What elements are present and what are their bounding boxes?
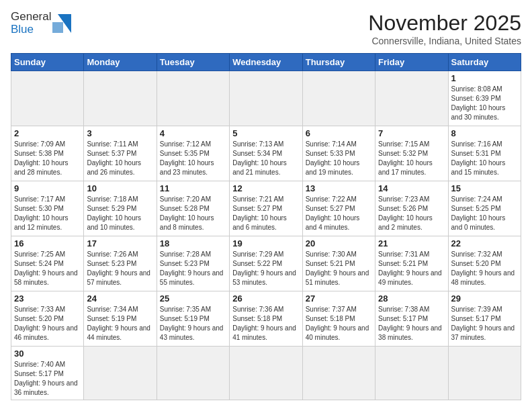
day-info: Sunrise: 7:35 AM Sunset: 5:19 PM Dayligh… xyxy=(160,305,226,342)
calendar-cell: 11Sunrise: 7:20 AM Sunset: 5:28 PM Dayli… xyxy=(157,181,229,236)
calendar-cell: 20Sunrise: 7:30 AM Sunset: 5:21 PM Dayli… xyxy=(302,236,375,291)
weekday-header: Thursday xyxy=(302,54,375,71)
calendar-cell: 22Sunrise: 7:32 AM Sunset: 5:20 PM Dayli… xyxy=(448,236,521,291)
day-info: Sunrise: 7:13 AM Sunset: 5:34 PM Dayligh… xyxy=(232,140,299,177)
calendar-cell: 1Sunrise: 8:08 AM Sunset: 6:39 PM Daylig… xyxy=(448,71,521,126)
calendar-cell: 27Sunrise: 7:37 AM Sunset: 5:18 PM Dayli… xyxy=(302,291,375,347)
calendar-cell xyxy=(11,71,84,126)
day-number: 22 xyxy=(451,238,518,248)
day-info: Sunrise: 7:17 AM Sunset: 5:30 PM Dayligh… xyxy=(14,195,81,232)
calendar-title-area: November 2025 Connersville, Indiana, Uni… xyxy=(368,11,521,46)
day-info: Sunrise: 7:14 AM Sunset: 5:33 PM Dayligh… xyxy=(306,140,372,177)
day-number: 18 xyxy=(160,238,226,248)
day-number: 2 xyxy=(14,128,81,138)
logo: General Blue xyxy=(11,11,71,36)
day-info: Sunrise: 7:11 AM Sunset: 5:37 PM Dayligh… xyxy=(87,140,153,177)
day-info: Sunrise: 7:20 AM Sunset: 5:28 PM Dayligh… xyxy=(160,195,226,232)
day-info: Sunrise: 7:12 AM Sunset: 5:35 PM Dayligh… xyxy=(160,140,226,177)
day-number: 29 xyxy=(451,293,518,304)
calendar-cell: 24Sunrise: 7:34 AM Sunset: 5:19 PM Dayli… xyxy=(84,291,157,347)
day-number: 26 xyxy=(232,293,299,304)
day-info: Sunrise: 7:34 AM Sunset: 5:19 PM Dayligh… xyxy=(87,305,153,342)
calendar-cell: 25Sunrise: 7:35 AM Sunset: 5:19 PM Dayli… xyxy=(157,291,229,347)
calendar-cell: 28Sunrise: 7:38 AM Sunset: 5:17 PM Dayli… xyxy=(375,291,448,347)
weekday-header: Monday xyxy=(84,54,157,71)
calendar-cell: 18Sunrise: 7:28 AM Sunset: 5:23 PM Dayli… xyxy=(157,236,229,291)
day-number: 9 xyxy=(14,183,81,193)
day-info: Sunrise: 7:09 AM Sunset: 5:38 PM Dayligh… xyxy=(14,140,81,177)
day-number: 21 xyxy=(378,238,445,248)
day-info: Sunrise: 7:29 AM Sunset: 5:22 PM Dayligh… xyxy=(232,250,299,287)
calendar-cell xyxy=(448,347,521,400)
weekday-header-row: SundayMondayTuesdayWednesdayThursdayFrid… xyxy=(11,54,521,71)
calendar-cell: 13Sunrise: 7:22 AM Sunset: 5:27 PM Dayli… xyxy=(302,181,375,236)
day-number: 27 xyxy=(306,293,372,304)
day-number: 28 xyxy=(378,293,445,304)
calendar-cell: 17Sunrise: 7:26 AM Sunset: 5:23 PM Dayli… xyxy=(84,236,157,291)
svg-marker-1 xyxy=(52,22,63,33)
day-number: 19 xyxy=(232,238,299,248)
day-info: Sunrise: 7:40 AM Sunset: 5:17 PM Dayligh… xyxy=(14,360,81,398)
day-number: 6 xyxy=(306,128,372,138)
day-info: Sunrise: 7:15 AM Sunset: 5:32 PM Dayligh… xyxy=(378,140,445,177)
weekday-header: Tuesday xyxy=(157,54,229,71)
day-number: 8 xyxy=(451,128,518,138)
weekday-header: Sunday xyxy=(11,54,84,71)
calendar-cell: 16Sunrise: 7:25 AM Sunset: 5:24 PM Dayli… xyxy=(11,236,84,291)
day-info: Sunrise: 7:37 AM Sunset: 5:18 PM Dayligh… xyxy=(306,305,372,342)
weekday-header: Friday xyxy=(375,54,448,71)
calendar-cell: 10Sunrise: 7:18 AM Sunset: 5:29 PM Dayli… xyxy=(84,181,157,236)
calendar-cell: 2Sunrise: 7:09 AM Sunset: 5:38 PM Daylig… xyxy=(11,126,84,181)
calendar-cell: 9Sunrise: 7:17 AM Sunset: 5:30 PM Daylig… xyxy=(11,181,84,236)
day-info: Sunrise: 7:36 AM Sunset: 5:18 PM Dayligh… xyxy=(232,305,299,342)
day-info: Sunrise: 7:26 AM Sunset: 5:23 PM Dayligh… xyxy=(87,250,153,287)
weekday-header: Saturday xyxy=(448,54,521,71)
calendar-cell xyxy=(302,347,375,400)
day-number: 3 xyxy=(87,128,153,138)
calendar-week-row: 30Sunrise: 7:40 AM Sunset: 5:17 PM Dayli… xyxy=(11,347,521,400)
day-info: Sunrise: 7:21 AM Sunset: 5:27 PM Dayligh… xyxy=(232,195,299,232)
logo-text: General Blue xyxy=(11,11,51,36)
calendar-cell xyxy=(230,71,302,126)
calendar-cell: 23Sunrise: 7:33 AM Sunset: 5:20 PM Dayli… xyxy=(11,291,84,347)
day-number: 7 xyxy=(378,128,445,138)
calendar-cell: 29Sunrise: 7:39 AM Sunset: 5:17 PM Dayli… xyxy=(448,291,521,347)
day-info: Sunrise: 7:33 AM Sunset: 5:20 PM Dayligh… xyxy=(14,305,81,342)
calendar-subtitle: Connersville, Indiana, United States xyxy=(368,36,521,46)
calendar-week-row: 16Sunrise: 7:25 AM Sunset: 5:24 PM Dayli… xyxy=(11,236,521,291)
day-info: Sunrise: 7:39 AM Sunset: 5:17 PM Dayligh… xyxy=(451,305,518,342)
day-info: Sunrise: 7:31 AM Sunset: 5:21 PM Dayligh… xyxy=(378,250,445,287)
page-header: General Blue November 2025 Connersville,… xyxy=(11,11,521,46)
day-number: 30 xyxy=(14,349,81,359)
day-number: 20 xyxy=(306,238,372,248)
day-number: 24 xyxy=(87,293,153,304)
calendar-cell: 21Sunrise: 7:31 AM Sunset: 5:21 PM Dayli… xyxy=(375,236,448,291)
calendar-week-row: 1Sunrise: 8:08 AM Sunset: 6:39 PM Daylig… xyxy=(11,71,521,126)
day-info: Sunrise: 7:25 AM Sunset: 5:24 PM Dayligh… xyxy=(14,250,81,287)
calendar-cell xyxy=(230,347,302,400)
day-number: 13 xyxy=(306,183,372,193)
calendar-week-row: 9Sunrise: 7:17 AM Sunset: 5:30 PM Daylig… xyxy=(11,181,521,236)
logo-icon xyxy=(52,14,71,33)
day-info: Sunrise: 7:24 AM Sunset: 5:25 PM Dayligh… xyxy=(451,195,518,232)
day-info: Sunrise: 7:38 AM Sunset: 5:17 PM Dayligh… xyxy=(378,305,445,342)
day-info: Sunrise: 7:28 AM Sunset: 5:23 PM Dayligh… xyxy=(160,250,226,287)
day-number: 10 xyxy=(87,183,153,193)
day-number: 5 xyxy=(232,128,299,138)
calendar-cell xyxy=(157,347,229,400)
calendar-cell xyxy=(84,347,157,400)
calendar-cell: 15Sunrise: 7:24 AM Sunset: 5:25 PM Dayli… xyxy=(448,181,521,236)
day-info: Sunrise: 7:23 AM Sunset: 5:26 PM Dayligh… xyxy=(378,195,445,232)
day-number: 23 xyxy=(14,293,81,304)
calendar-cell xyxy=(84,71,157,126)
calendar-title: November 2025 xyxy=(368,11,521,36)
day-number: 16 xyxy=(14,238,81,248)
calendar-cell: 3Sunrise: 7:11 AM Sunset: 5:37 PM Daylig… xyxy=(84,126,157,181)
calendar-cell: 26Sunrise: 7:36 AM Sunset: 5:18 PM Dayli… xyxy=(230,291,302,347)
calendar-cell: 12Sunrise: 7:21 AM Sunset: 5:27 PM Dayli… xyxy=(230,181,302,236)
calendar-cell: 5Sunrise: 7:13 AM Sunset: 5:34 PM Daylig… xyxy=(230,126,302,181)
day-info: Sunrise: 7:16 AM Sunset: 5:31 PM Dayligh… xyxy=(451,140,518,177)
calendar-cell: 7Sunrise: 7:15 AM Sunset: 5:32 PM Daylig… xyxy=(375,126,448,181)
calendar-cell: 19Sunrise: 7:29 AM Sunset: 5:22 PM Dayli… xyxy=(230,236,302,291)
calendar-week-row: 23Sunrise: 7:33 AM Sunset: 5:20 PM Dayli… xyxy=(11,291,521,347)
